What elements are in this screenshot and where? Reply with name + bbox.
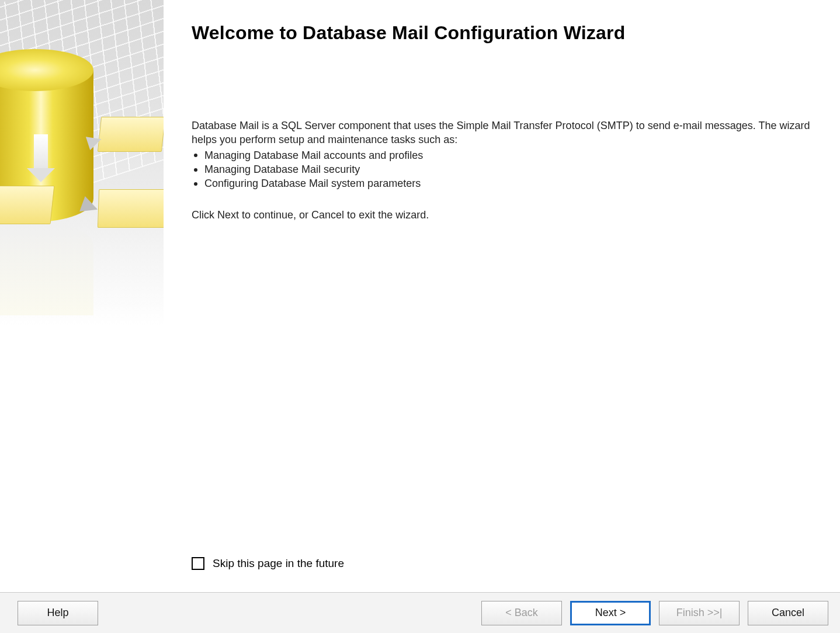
skip-page-checkbox[interactable] bbox=[192, 557, 204, 570]
envelope-icon bbox=[98, 189, 164, 228]
feature-list: Managing Database Mail accounts and prof… bbox=[192, 148, 811, 191]
feature-list-item: Managing Database Mail accounts and prof… bbox=[192, 148, 811, 162]
continue-hint: Click Next to continue, or Cancel to exi… bbox=[192, 209, 811, 221]
cancel-button[interactable]: Cancel bbox=[748, 601, 828, 625]
wizard-main: Welcome to Database Mail Configuration W… bbox=[0, 0, 840, 592]
envelope-icon bbox=[98, 117, 164, 152]
intro-text: Database Mail is a SQL Server component … bbox=[192, 119, 811, 147]
feature-list-item: Managing Database Mail security bbox=[192, 162, 811, 176]
next-button[interactable]: Next > bbox=[570, 601, 651, 625]
back-button[interactable]: < Back bbox=[481, 601, 562, 625]
skip-page-label: Skip this page in the future bbox=[213, 557, 344, 570]
wizard-sidebar-graphic bbox=[0, 0, 164, 327]
wizard-footer: Help < Back Next > Finish >>| Cancel bbox=[0, 592, 840, 633]
help-button[interactable]: Help bbox=[18, 601, 98, 625]
envelope-icon bbox=[0, 186, 54, 224]
finish-button[interactable]: Finish >>| bbox=[659, 601, 740, 625]
feature-list-item: Configuring Database Mail system paramet… bbox=[192, 176, 811, 190]
skip-page-option[interactable]: Skip this page in the future bbox=[192, 557, 811, 570]
page-title: Welcome to Database Mail Configuration W… bbox=[192, 22, 811, 44]
wizard-content: Welcome to Database Mail Configuration W… bbox=[164, 0, 840, 592]
